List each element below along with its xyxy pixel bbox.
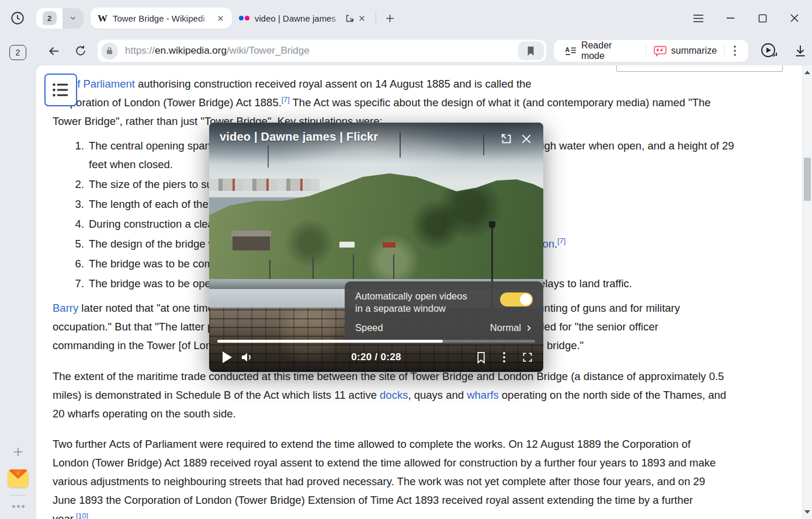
- text-segment: The Act was specific about the design of…: [290, 96, 711, 109]
- play-button[interactable]: [217, 347, 237, 367]
- page-scrollbar[interactable]: [802, 65, 812, 519]
- bookmark-video-icon[interactable]: [471, 347, 491, 367]
- text-segment: 20 wharfs operating on the south side.: [53, 407, 236, 420]
- reader-mode-button[interactable]: A Reader mode: [557, 40, 646, 62]
- text-segment: authorising construction received royal …: [135, 78, 532, 90]
- fullscreen-icon[interactable]: [518, 347, 537, 367]
- sidebar-bottom: [0, 443, 36, 512]
- add-workspace-icon[interactable]: [9, 443, 27, 461]
- app-menu-icon[interactable]: [689, 9, 707, 27]
- page-actions: A Reader mode summarize: [553, 39, 749, 62]
- auto-open-label: Automatically open videos in a separate …: [355, 290, 500, 315]
- more-actions-icon[interactable]: [725, 40, 745, 62]
- text-segment: feet when closed.: [89, 158, 173, 170]
- scrollbar-thumb[interactable]: [804, 158, 811, 201]
- list-number: 1.: [70, 137, 84, 155]
- close-tab-icon[interactable]: [356, 12, 367, 24]
- video-white-truck: [339, 242, 355, 248]
- listen-to-page-icon[interactable]: [757, 39, 780, 62]
- close-tab-icon[interactable]: [214, 12, 226, 24]
- download-icon[interactable]: [789, 39, 812, 62]
- minimize-button[interactable]: [721, 9, 740, 27]
- wiki-link[interactable]: Barry: [53, 302, 78, 314]
- wiki-link[interactable]: docks: [380, 389, 408, 401]
- wikipedia-search-box-partial[interactable]: [616, 65, 783, 72]
- scroll-down-icon[interactable]: [804, 510, 810, 514]
- text-segment: London (Tower Bridge) Act 1889 received …: [53, 457, 716, 469]
- text-line: London (Tower Bridge) Act 1889 received …: [53, 454, 785, 472]
- titlebar: 2 W Tower Bridge - Wikipedi video | Dawn…: [0, 0, 812, 36]
- url-path: /wiki/Tower_Bridge: [227, 45, 310, 56]
- summarize-label: summarize: [671, 46, 717, 56]
- speed-menu-item[interactable]: Speed Normal: [355, 322, 533, 333]
- new-tab-button[interactable]: [381, 9, 398, 27]
- table-of-contents-button[interactable]: [44, 74, 77, 106]
- tab-strip: W Tower Bridge - Wikipedi video | Dawne …: [91, 8, 398, 29]
- svg-text:A: A: [565, 47, 570, 53]
- video-pole: [393, 255, 394, 280]
- video-more-icon[interactable]: [494, 347, 514, 367]
- summarize-button[interactable]: summarize: [646, 40, 724, 62]
- popout-icon[interactable]: [345, 13, 355, 23]
- close-pip-icon[interactable]: [516, 130, 536, 148]
- text-segment: June 1893 the Corporation of London (Tow…: [53, 494, 693, 506]
- chevron-down-icon[interactable]: [63, 8, 84, 29]
- list-icon: [52, 82, 70, 97]
- window-controls: [689, 0, 804, 36]
- text-line: Corporation of London (Tower Bridge) Act…: [53, 93, 785, 112]
- close-window-button[interactable]: [785, 9, 804, 27]
- video-progress-bar[interactable]: [217, 340, 535, 343]
- toggle-knob: [520, 294, 532, 305]
- sidebar-more-icon[interactable]: [9, 500, 27, 512]
- url-host: en.wikipedia.org: [155, 45, 227, 56]
- url-bar[interactable]: https://en.wikipedia.org/wiki/Tower_Brid…: [98, 40, 546, 62]
- text-line: year.[10]: [53, 510, 785, 519]
- text-segment: operating on the north side of the Thame…: [499, 389, 726, 401]
- scroll-up-icon[interactable]: [804, 71, 810, 75]
- pip-settings-panel: Automatically open videos in a separate …: [345, 281, 543, 344]
- mail-app-icon[interactable]: [8, 469, 29, 487]
- wiki-link[interactable]: [7]: [282, 96, 290, 104]
- lock-icon[interactable]: [101, 43, 118, 60]
- tab-title: video | Dawne james: [255, 13, 341, 23]
- video-controls: 0:20 / 0:28: [209, 346, 543, 369]
- reader-mode-label: Reader mode: [581, 40, 638, 61]
- list-number: 7.: [70, 274, 84, 293]
- video-stone-barn: [233, 236, 270, 250]
- wiki-link[interactable]: wharfs: [467, 389, 499, 401]
- divider: [376, 12, 376, 24]
- flickr-favicon: [239, 16, 249, 20]
- wiki-link[interactable]: [10]: [76, 512, 88, 519]
- summarize-icon: [654, 46, 667, 57]
- wiki-link[interactable]: [7]: [557, 237, 565, 245]
- workspace-key-badge[interactable]: 2: [9, 45, 26, 60]
- tab-tower-bridge[interactable]: W Tower Bridge - Wikipedi: [91, 8, 232, 29]
- picture-in-picture-window[interactable]: video | Dawne james | Flickr Automatical…: [209, 123, 543, 372]
- workspace-pill: 2: [36, 8, 63, 29]
- navigation-toolbar: https://en.wikipedia.org/wiki/Tower_Brid…: [36, 36, 812, 65]
- volume-icon[interactable]: [237, 347, 257, 367]
- back-button[interactable]: [44, 41, 64, 61]
- video-controls-right: [471, 347, 537, 367]
- wikipedia-favicon: W: [98, 13, 107, 23]
- maximize-button[interactable]: [753, 9, 772, 27]
- text-line: 20 wharfs operating on the south side.: [53, 405, 785, 423]
- bookmark-button[interactable]: [518, 41, 544, 60]
- history-clock-icon[interactable]: [8, 8, 27, 28]
- list-number: 6.: [70, 255, 84, 273]
- tab-video-flickr[interactable]: video | Dawne james: [232, 8, 373, 29]
- tab-title: Tower Bridge - Wikipedi: [113, 13, 211, 23]
- return-to-tab-icon[interactable]: [497, 130, 516, 148]
- text-line: various adjustments to neighbouring stre…: [53, 472, 785, 491]
- text-line: Two further Acts of Parliament were requ…: [53, 435, 785, 454]
- pip-titlebar: video | Dawne james | Flickr: [209, 123, 543, 163]
- video-progress-fill: [217, 340, 443, 343]
- auto-open-toggle[interactable]: [500, 292, 533, 306]
- reader-mode-icon: A: [565, 46, 577, 55]
- text-line: Act of Parliament authorising constructi…: [53, 75, 785, 93]
- list-number: 2.: [70, 175, 84, 194]
- auto-open-line1: Automatically open videos: [355, 290, 500, 302]
- video-town-strip: [209, 179, 320, 191]
- reload-button[interactable]: [71, 41, 91, 61]
- workspace-switcher[interactable]: 2: [36, 8, 84, 29]
